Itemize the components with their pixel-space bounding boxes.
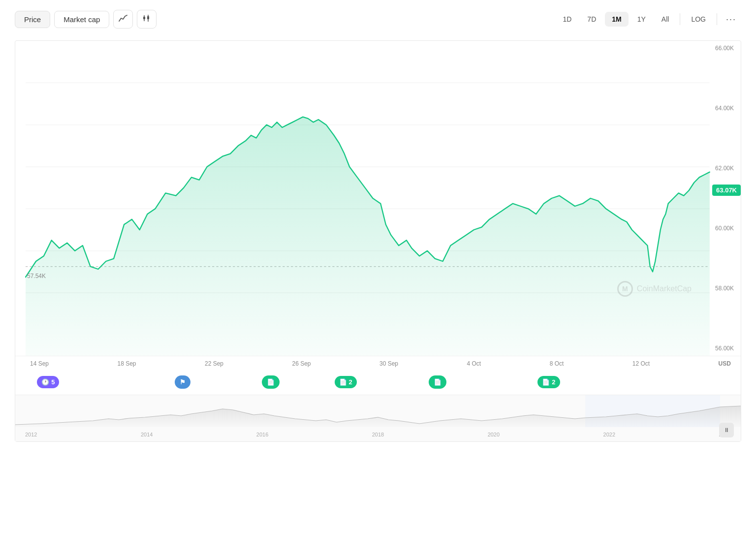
- event-markers-row: 🕐 5 ⚑ 📄 📄 2 📄 📄 2: [15, 369, 741, 395]
- divider2: [717, 13, 717, 25]
- x-label-22sep: 22 Sep: [205, 360, 223, 367]
- btn-1y[interactable]: 1Y: [630, 12, 653, 27]
- event-3[interactable]: 📄: [262, 375, 280, 389]
- btn-all[interactable]: All: [655, 12, 676, 27]
- chart-wrapper: 66.00K 64.00K 62.00K 60.00K 58.00K 56.00…: [15, 40, 741, 442]
- candle-chart-icon: [142, 14, 152, 24]
- currency-label: USD: [719, 360, 731, 367]
- x-label-4oct: 4 Oct: [467, 360, 481, 367]
- mini-x-2012: 2012: [25, 432, 37, 437]
- mini-x-axis: 2012 2014 2016 2018 2020 2022 2024: [15, 432, 741, 437]
- mini-x-2014: 2014: [141, 432, 153, 437]
- event-4[interactable]: 📄 2: [335, 376, 357, 388]
- x-label-18sep: 18 Sep: [118, 360, 136, 367]
- btn-1m[interactable]: 1M: [605, 12, 628, 27]
- flag-icon: ⚑: [180, 378, 186, 386]
- toolbar-left: Price Market cap: [15, 10, 157, 29]
- pause-icon: ⏸: [724, 427, 729, 434]
- clock-icon: 🕐: [41, 378, 49, 386]
- mini-x-2020: 2020: [488, 432, 500, 437]
- btn-7d[interactable]: 7D: [580, 12, 603, 27]
- current-price-badge: 63.07K: [712, 185, 741, 196]
- x-label-14sep: 14 Sep: [30, 360, 49, 367]
- btn-1d[interactable]: 1D: [556, 12, 578, 27]
- y-label-56: 56.00K: [715, 345, 734, 352]
- event-5[interactable]: 📄: [429, 375, 446, 389]
- x-label-30sep: 30 Sep: [379, 360, 398, 367]
- line-chart-icon: [118, 14, 128, 24]
- event-2[interactable]: ⚑: [175, 375, 190, 389]
- doc-icon-4: 📄: [339, 378, 347, 386]
- doc-icon-3: 📄: [267, 378, 275, 386]
- pause-button[interactable]: ⏸: [719, 423, 734, 437]
- watermark-logo: M: [617, 281, 633, 297]
- y-label-60: 60.00K: [715, 225, 734, 232]
- x-label-26sep: 26 Sep: [292, 360, 311, 367]
- event-6[interactable]: 📄 2: [537, 376, 560, 388]
- y-label-66: 66.00K: [715, 45, 734, 52]
- divider: [680, 13, 680, 25]
- min-price-label: 57.54K: [27, 273, 46, 279]
- price-chart-svg: [15, 41, 741, 356]
- tab-price[interactable]: Price: [15, 11, 50, 28]
- mini-x-2018: 2018: [372, 432, 384, 437]
- btn-more[interactable]: ···: [721, 11, 741, 28]
- svg-rect-1: [143, 17, 145, 19]
- mini-x-2022: 2022: [603, 432, 615, 437]
- event-1[interactable]: 🕐 5: [37, 376, 59, 388]
- watermark: M CoinMarketCap: [617, 281, 692, 297]
- x-label-12oct: 12 Oct: [632, 360, 650, 367]
- event-4-count: 2: [349, 378, 352, 386]
- toolbar-right: 1D 7D 1M 1Y All LOG ···: [556, 11, 741, 28]
- y-label-62: 62.00K: [715, 165, 734, 172]
- event-6-count: 2: [552, 378, 555, 386]
- line-chart-btn[interactable]: [113, 10, 133, 29]
- y-axis: 66.00K 64.00K 62.00K 60.00K 58.00K 56.00…: [712, 41, 737, 356]
- mini-chart[interactable]: 2012 2014 2016 2018 2020 2022 2024 ⏸: [15, 395, 741, 441]
- tab-marketcap[interactable]: Market cap: [54, 11, 109, 28]
- page-container: Price Market cap: [0, 0, 756, 452]
- x-label-8oct: 8 Oct: [550, 360, 564, 367]
- mini-x-2016: 2016: [256, 432, 268, 437]
- y-label-58: 58.00K: [715, 285, 734, 292]
- btn-log[interactable]: LOG: [684, 12, 713, 27]
- event-1-count: 5: [51, 378, 55, 386]
- candle-chart-btn[interactable]: [137, 10, 157, 29]
- watermark-text: CoinMarketCap: [637, 284, 692, 293]
- toolbar: Price Market cap: [15, 10, 741, 29]
- doc-icon-6: 📄: [542, 378, 550, 386]
- x-axis: 14 Sep 18 Sep 22 Sep 26 Sep 30 Sep 4 Oct…: [15, 356, 741, 369]
- mini-chart-svg: [15, 395, 741, 427]
- doc-icon-5: 📄: [434, 378, 441, 386]
- chart-main[interactable]: 66.00K 64.00K 62.00K 60.00K 58.00K 56.00…: [15, 41, 741, 356]
- svg-rect-3: [147, 16, 149, 19]
- y-label-64: 64.00K: [715, 105, 734, 112]
